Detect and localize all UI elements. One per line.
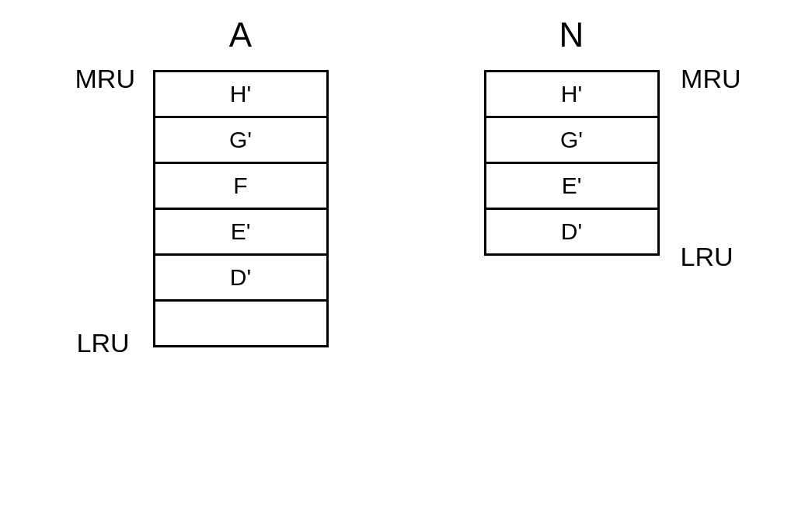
column-header-n: N <box>484 16 660 54</box>
mru-label-n: MRU <box>681 64 741 94</box>
cell: D' <box>486 210 657 253</box>
stack-wrapper-n: MRU H' G' E' D' LRU <box>484 70 660 256</box>
column-a: A MRU H' G' F E' D' LRU <box>153 16 329 347</box>
lru-label-a: LRU <box>77 328 130 358</box>
column-n: N MRU H' G' E' D' LRU <box>484 16 660 347</box>
cell: H' <box>486 72 657 118</box>
cell: H' <box>155 72 326 118</box>
cell <box>155 302 326 345</box>
lru-label-n: LRU <box>680 242 733 272</box>
cell: G' <box>486 118 657 164</box>
stack-n: H' G' E' D' <box>484 70 660 256</box>
mru-label-a: MRU <box>75 64 135 94</box>
cell: E' <box>486 164 657 210</box>
stack-wrapper-a: MRU H' G' F E' D' LRU <box>153 70 329 347</box>
cell: F <box>155 164 326 210</box>
stack-a: H' G' F E' D' <box>153 70 329 347</box>
cell: G' <box>155 118 326 164</box>
cell: D' <box>155 256 326 302</box>
column-header-a: A <box>153 16 329 54</box>
diagram-container: A MRU H' G' F E' D' LRU N MRU H' G' E' D… <box>0 0 812 347</box>
cell: E' <box>155 210 326 256</box>
